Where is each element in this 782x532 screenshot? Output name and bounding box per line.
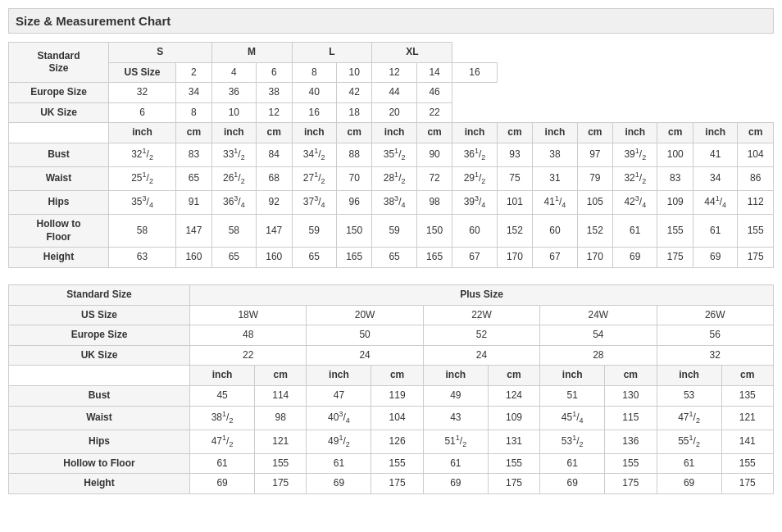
plus-waist-26w-cm: 121 — [721, 406, 773, 430]
plus-height-24w-cm: 175 — [605, 474, 657, 494]
unit-cm: cm — [416, 123, 452, 143]
plus-bust-22w-cm: 124 — [488, 385, 539, 406]
height-s2-inch: 63 — [108, 248, 175, 268]
unit-spacer — [9, 123, 109, 143]
plus-height-26w-cm: 175 — [721, 474, 773, 494]
plus-waist-20w-inch: 403/4 — [307, 406, 371, 430]
bust-l10-inch: 361/2 — [452, 143, 497, 166]
plus-uk-size-label: UK Size — [9, 345, 190, 366]
uk-8: 8 — [176, 102, 212, 123]
uk-10: 10 — [211, 102, 256, 123]
plus-hips-26w-cm: 141 — [721, 430, 773, 453]
eu-46: 46 — [416, 83, 452, 103]
hips-xl16-cm: 112 — [738, 191, 774, 215]
plus-waist-label: Waist — [9, 406, 190, 430]
plus-waist-22w-inch: 43 — [423, 406, 488, 430]
plus-unit-inch-5: inch — [657, 366, 721, 386]
plus-unit-cm-4: cm — [605, 366, 657, 386]
plus-waist-24w-cm: 115 — [605, 406, 657, 430]
us-size-16: 16 — [452, 62, 497, 83]
plus-uk-24: 24 — [307, 345, 423, 366]
size-group-s: S — [108, 43, 211, 63]
unit-inch: inch — [693, 123, 738, 143]
plus-bust-24w-inch: 51 — [540, 385, 605, 406]
bust-s4-cm: 84 — [257, 143, 293, 166]
bust-xl16-inch: 41 — [693, 143, 738, 166]
bust-m6-cm: 88 — [336, 143, 372, 166]
plus-eu-54: 54 — [540, 325, 657, 346]
eu-44: 44 — [372, 83, 416, 103]
unit-inch: inch — [452, 123, 497, 143]
bust-l12-inch: 38 — [533, 143, 577, 166]
eu-32: 32 — [108, 83, 175, 103]
eu-36: 36 — [211, 83, 256, 103]
hips-xl14-cm: 109 — [657, 191, 693, 215]
plus-eu-52: 52 — [423, 325, 539, 346]
standard-size-table: StandardSize S M L XL US Size 2 4 6 8 10… — [8, 42, 774, 268]
eu-38: 38 — [257, 83, 293, 103]
plus-18w: 18W — [190, 305, 307, 325]
hips-s2-inch: 353/4 — [108, 191, 175, 215]
plus-unit-cm-5: cm — [721, 366, 773, 386]
plus-height-24w-inch: 69 — [540, 474, 605, 494]
plus-unit-cm-3: cm — [488, 366, 539, 386]
height-l12-inch: 67 — [533, 248, 577, 268]
plus-htf-18w-inch: 61 — [190, 453, 255, 474]
hips-m6-inch: 373/4 — [292, 191, 336, 215]
waist-label: Waist — [9, 167, 109, 191]
bust-m8-inch: 351/2 — [372, 143, 416, 166]
unit-cm: cm — [577, 123, 613, 143]
hips-l10-inch: 393/4 — [452, 191, 497, 215]
unit-cm: cm — [738, 123, 774, 143]
plus-height-18w-cm: 175 — [255, 474, 307, 494]
hips-s4-inch: 363/4 — [211, 191, 256, 215]
plus-24w: 24W — [540, 305, 657, 325]
plus-htf-18w-cm: 155 — [255, 453, 307, 474]
unit-cm: cm — [336, 123, 372, 143]
height-s2-cm: 160 — [176, 248, 212, 268]
bust-m8-cm: 90 — [416, 143, 452, 166]
bust-m6-inch: 341/2 — [292, 143, 336, 166]
waist-s2-inch: 251/2 — [108, 167, 175, 191]
us-size-2: 2 — [176, 62, 212, 83]
uk-20: 20 — [372, 102, 416, 123]
height-xl16-cm: 175 — [738, 248, 774, 268]
us-size-12: 12 — [372, 62, 416, 83]
uk-6: 6 — [108, 102, 175, 123]
plus-unit-inch-1: inch — [190, 366, 255, 386]
plus-htf-26w-inch: 61 — [657, 453, 721, 474]
plus-hips-18w-inch: 471/2 — [190, 430, 255, 453]
bust-s2-inch: 321/2 — [108, 143, 175, 166]
unit-cm: cm — [657, 123, 693, 143]
plus-bust-20w-cm: 119 — [371, 385, 423, 406]
htf-s4-inch: 58 — [211, 215, 256, 248]
hips-l10-cm: 101 — [497, 191, 533, 215]
plus-bust-24w-cm: 130 — [605, 385, 657, 406]
htf-l10-inch: 60 — [452, 215, 497, 248]
plus-waist-26w-inch: 471/2 — [657, 406, 721, 430]
plus-hips-label: Hips — [9, 430, 190, 453]
plus-hips-20w-inch: 491/2 — [307, 430, 371, 453]
plus-europe-size-label: Europe Size — [9, 325, 190, 346]
plus-waist-22w-cm: 109 — [488, 406, 539, 430]
waist-m8-inch: 281/2 — [372, 167, 416, 191]
height-s4-cm: 160 — [257, 248, 293, 268]
htf-m8-inch: 59 — [372, 215, 416, 248]
plus-unit-inch-3: inch — [423, 366, 488, 386]
plus-htf-24w-cm: 155 — [605, 453, 657, 474]
size-group-m: M — [211, 43, 292, 63]
plus-htf-20w-inch: 61 — [307, 453, 371, 474]
plus-uk-22: 22 — [190, 345, 307, 366]
plus-22w: 22W — [423, 305, 539, 325]
plus-unit-cm-2: cm — [371, 366, 423, 386]
plus-eu-48: 48 — [190, 325, 307, 346]
plus-unit-inch-4: inch — [540, 366, 605, 386]
plus-hips-24w-inch: 531/2 — [540, 430, 605, 453]
bust-xl16-cm: 104 — [738, 143, 774, 166]
hips-s4-cm: 92 — [257, 191, 293, 215]
plus-unit-inch-2: inch — [307, 366, 371, 386]
plus-waist-24w-inch: 451/4 — [540, 406, 605, 430]
us-size-label: US Size — [108, 62, 175, 83]
plus-waist-18w-inch: 381/2 — [190, 406, 255, 430]
plus-20w: 20W — [307, 305, 423, 325]
